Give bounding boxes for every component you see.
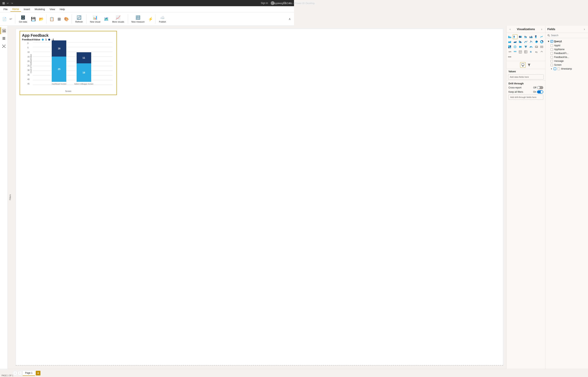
- y-axis-label: Count of FeedbackValue: [30, 58, 32, 73]
- left-sidebar: [0, 26, 8, 188]
- svg-rect-1: [3, 30, 4, 32]
- svg-rect-3: [5, 31, 5, 32]
- save-btn[interactable]: 💾: [30, 13, 37, 25]
- bar-segment-top-2: 11: [77, 52, 91, 63]
- sep6: [155, 14, 156, 24]
- sign-in-btn[interactable]: Sign in: [261, 2, 268, 4]
- ribbon: 📄 ↩ 🗄️ Get data 💾 📂 📋 ⊞ 🎨 🔄 Refresh 📊 Ne…: [0, 12, 294, 26]
- app-title: AppInsightsDocs - Power BI Desktop: [273, 2, 294, 5]
- undo-btn[interactable]: ↩: [7, 2, 9, 5]
- table-btn[interactable]: ⊞: [56, 13, 62, 25]
- visual-icon-btn[interactable]: 🗺️: [103, 13, 109, 25]
- get-data-btn[interactable]: 🗄️ Get data: [17, 13, 29, 25]
- svg-rect-5: [2, 38, 5, 39]
- bar-segment-bottom-1: 25: [52, 57, 66, 82]
- menu-bar: File Home Insert Modeling View Help: [0, 6, 294, 12]
- menu-view[interactable]: View: [48, 7, 57, 12]
- bar-stack-2: 11 18: [77, 52, 91, 82]
- svg-rect-6: [2, 39, 5, 40]
- publish-btn[interactable]: ☁️ Publish: [157, 13, 168, 25]
- format-btn2[interactable]: 🎨: [63, 13, 70, 25]
- ribbon-collapse-btn[interactable]: ∧: [287, 17, 292, 21]
- sidebar-data-icon[interactable]: [0, 35, 7, 42]
- refresh-btn[interactable]: 🔄 Refresh: [73, 13, 85, 25]
- open-btn[interactable]: 📂: [38, 13, 45, 25]
- bars-area: 16 25 Dashboard Screen: [33, 42, 113, 85]
- canvas-inner[interactable]: App Feedback FeedbackValue 1 -1 45403530…: [16, 29, 294, 188]
- paste-btn[interactable]: 📋: [48, 13, 55, 25]
- menu-insert[interactable]: Insert: [22, 7, 32, 12]
- legend-value-1: 1: [45, 38, 47, 41]
- filters-panel: Filters: [8, 26, 12, 188]
- chart-title: App Feedback: [22, 33, 115, 38]
- quick-measure-btn[interactable]: ⚡: [147, 13, 154, 25]
- undo-ribbon-btn[interactable]: ↩: [8, 13, 14, 25]
- bar-value-bottom-2: 18: [83, 71, 85, 74]
- sidebar-model-icon[interactable]: [0, 43, 7, 50]
- window-icon: ⊞: [2, 1, 5, 5]
- bar-stack-1: 16 25: [52, 40, 66, 82]
- svg-rect-2: [4, 30, 4, 32]
- y-axis: 454035302520151050: [27, 42, 30, 85]
- canvas-area: App Feedback FeedbackValue 1 -1 45403530…: [12, 26, 294, 188]
- svg-rect-4: [2, 37, 5, 38]
- bar-value-top-1: 16: [58, 47, 60, 50]
- new-page-btn[interactable]: 📄: [1, 13, 7, 25]
- bar-segment-top-1: 16: [52, 40, 66, 57]
- new-measure-btn[interactable]: 🔢 New measure: [130, 13, 147, 25]
- bar-label-1: Dashboard Screen: [52, 83, 66, 85]
- chart-legend: FeedbackValue 1 -1: [22, 38, 115, 41]
- sep3: [72, 14, 72, 24]
- title-bar-left: ⊞ ↩ ↪: [2, 1, 13, 5]
- legend-dot-1: [42, 39, 44, 41]
- sep1: [15, 14, 15, 24]
- menu-home[interactable]: Home: [10, 7, 21, 12]
- more-visuals-btn[interactable]: 📈 More visuals: [110, 13, 126, 25]
- menu-file[interactable]: File: [1, 7, 10, 12]
- legend-dot-2: [48, 39, 50, 41]
- bar-group-1: 16 25 Dashboard Screen: [52, 40, 66, 85]
- bar-value-bottom-1: 25: [58, 68, 60, 71]
- sidebar-report-icon[interactable]: [0, 27, 7, 34]
- legend-label: FeedbackValue: [22, 38, 40, 41]
- menu-help[interactable]: Help: [58, 7, 67, 12]
- sep2: [47, 14, 47, 24]
- title-bar: ⊞ ↩ ↪ AppInsightsDocs - Power BI Desktop…: [0, 0, 294, 6]
- svg-point-7: [3, 46, 4, 47]
- chart-visual[interactable]: App Feedback FeedbackValue 1 -1 45403530…: [20, 31, 117, 95]
- bar-group-2: 11 18 Select Colleague Screen: [74, 52, 93, 85]
- bar-label-2: Select Colleague Screen: [74, 83, 93, 85]
- new-visual-btn[interactable]: 📊 New visual: [88, 13, 102, 25]
- menu-modeling[interactable]: Modeling: [33, 7, 47, 12]
- chart-body: 454035302520151050 Count of FeedbackValu…: [22, 42, 115, 89]
- bar-segment-bottom-2: 18: [77, 63, 91, 82]
- x-axis-label: Screen: [22, 90, 115, 92]
- redo-btn[interactable]: ↪: [11, 2, 13, 5]
- bar-value-top-2: 11: [83, 57, 85, 59]
